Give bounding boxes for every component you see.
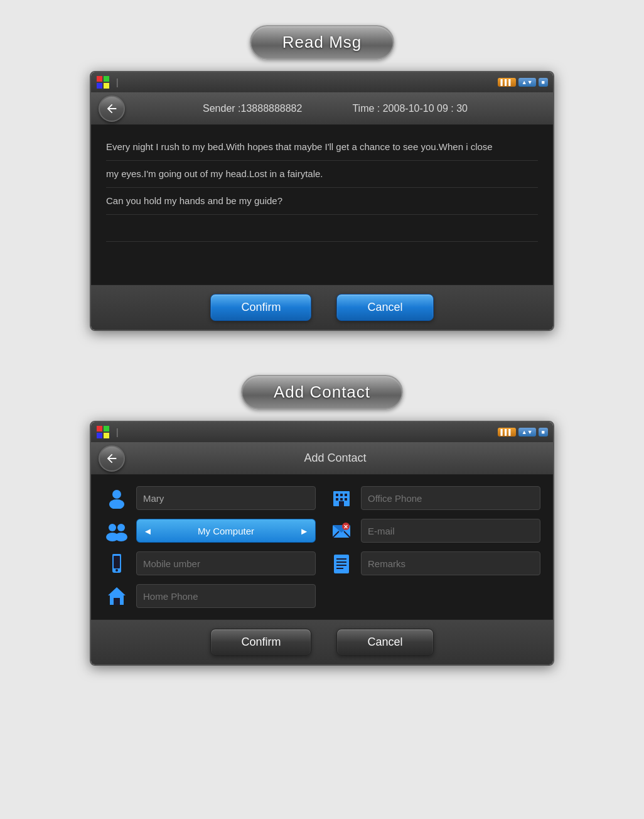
status-bar-add-left: |	[96, 425, 119, 439]
status-divider: |	[116, 77, 119, 87]
msg-line-3: Can you hold my hands and be my guide?	[106, 192, 538, 215]
svg-point-21	[115, 533, 127, 541]
remarks-icon	[328, 550, 355, 577]
mobile-row	[104, 550, 316, 577]
windows-logo-icon-2	[96, 425, 110, 439]
svg-rect-16	[345, 498, 347, 501]
home-phone-input[interactable]	[136, 584, 316, 608]
group-arrow-left[interactable]: ◄	[143, 526, 153, 536]
remarks-input[interactable]	[361, 551, 540, 575]
add-contact-title: Add Contact	[125, 452, 545, 465]
svg-rect-3	[104, 83, 109, 89]
contact-person-icon	[106, 487, 127, 509]
svg-rect-2	[97, 83, 102, 89]
sender-info: Sender :13888888882	[203, 103, 302, 114]
msg-line-1: Every night I rush to my bed.With hopes …	[106, 138, 538, 161]
svg-point-9	[109, 499, 124, 509]
email-icon: ✕	[328, 518, 355, 544]
title-bar-add: Add Contact	[91, 442, 553, 475]
windows-logo-icon	[96, 75, 110, 89]
svg-rect-15	[340, 498, 343, 501]
svg-rect-17	[339, 501, 344, 506]
add-contact-window: | ▌▌▌ ▲▼ ■ Add Contact	[90, 421, 554, 666]
svg-point-19	[117, 524, 125, 531]
svg-rect-38	[114, 598, 120, 605]
add-contact-cancel-button[interactable]: Cancel	[336, 629, 433, 656]
mobile-phone-icon	[106, 553, 127, 574]
mobile-icon	[104, 550, 130, 577]
svg-rect-29	[114, 556, 120, 568]
group-row: ◄ My Computer ►	[104, 518, 316, 544]
notes-icon	[331, 553, 352, 574]
empty-cell	[328, 583, 540, 609]
msg-line-empty-2	[106, 246, 538, 268]
svg-rect-13	[345, 494, 347, 496]
office-icon	[331, 487, 352, 509]
title-bar-info: Sender :13888888882 Time : 2008-10-10 09…	[125, 103, 545, 114]
office-phone-row	[328, 485, 540, 511]
status-bar-right: ▌▌▌ ▲▼ ■	[498, 78, 548, 87]
name-row	[104, 485, 316, 511]
signal-icon-2: ▌▌▌	[498, 428, 516, 437]
home-phone-icon	[106, 585, 127, 607]
email-envelope-icon: ✕	[331, 520, 352, 541]
office-phone-input[interactable]	[361, 486, 540, 510]
svg-rect-32	[334, 555, 349, 573]
email-row: ✕	[328, 518, 540, 544]
svg-point-30	[115, 569, 118, 572]
svg-rect-7	[104, 433, 109, 438]
title-bar-read: Sender :13888888882 Time : 2008-10-10 09…	[91, 92, 553, 125]
read-msg-window: | ▌▌▌ ▲▼ ■ Sender :13888888882 Time : 20…	[90, 71, 554, 331]
read-msg-cancel-button[interactable]: Cancel	[336, 294, 433, 321]
group-arrow-right[interactable]: ►	[299, 526, 309, 536]
signal-icon: ▌▌▌	[498, 78, 516, 87]
status-divider-2: |	[116, 427, 119, 437]
back-button-read[interactable]	[99, 95, 125, 122]
home-phone-row	[104, 583, 316, 609]
svg-rect-4	[97, 426, 102, 431]
network-icon-2: ▲▼	[518, 428, 536, 437]
read-msg-footer: Confirm Cancel	[91, 285, 553, 330]
status-bar-read: | ▌▌▌ ▲▼ ■	[91, 72, 553, 92]
svg-rect-12	[340, 494, 343, 496]
svg-rect-0	[97, 76, 102, 82]
svg-point-8	[112, 490, 121, 499]
email-input[interactable]	[361, 519, 540, 543]
status-bar-add-right: ▌▌▌ ▲▼ ■	[498, 428, 548, 437]
status-bar-add: | ▌▌▌ ▲▼ ■	[91, 422, 553, 442]
svg-text:✕: ✕	[343, 524, 348, 530]
group-selector[interactable]: ◄ My Computer ►	[136, 519, 316, 543]
back-button-add[interactable]	[99, 445, 125, 472]
mobile-input[interactable]	[136, 551, 316, 575]
svg-rect-1	[104, 76, 109, 82]
svg-rect-31	[112, 554, 121, 556]
battery-icon-2: ■	[539, 428, 548, 437]
network-icon: ▲▼	[518, 78, 536, 87]
form-grid: ◄ My Computer ► ✕	[104, 485, 540, 609]
group-people-icon	[105, 520, 129, 541]
status-bar-left: |	[96, 75, 119, 89]
message-content: Every night I rush to my bed.With hopes …	[91, 125, 553, 285]
svg-rect-11	[336, 494, 338, 496]
name-input[interactable]	[136, 486, 316, 510]
svg-rect-6	[97, 433, 102, 438]
person-icon	[104, 485, 130, 511]
group-value: My Computer	[198, 526, 254, 536]
add-contact-footer: Confirm Cancel	[91, 619, 553, 664]
add-contact-confirm-button[interactable]: Confirm	[210, 629, 311, 656]
svg-rect-5	[104, 426, 109, 431]
msg-line-2: my eyes.I'm going out of my head.Lost in…	[106, 165, 538, 188]
add-contact-section-title: Add Contact	[241, 375, 403, 410]
back-arrow-icon	[105, 102, 119, 116]
battery-icon: ■	[539, 78, 548, 87]
read-msg-section-title: Read Msg	[250, 25, 395, 60]
group-icon	[104, 518, 130, 544]
add-contact-form: ◄ My Computer ► ✕	[91, 475, 553, 619]
read-msg-confirm-button[interactable]: Confirm	[210, 294, 311, 321]
office-building-icon	[328, 485, 355, 511]
svg-rect-14	[336, 498, 338, 501]
svg-point-18	[109, 524, 116, 531]
time-info: Time : 2008-10-10 09 : 30	[352, 103, 468, 114]
msg-line-empty-1	[106, 219, 538, 242]
back-arrow-icon-2	[105, 452, 119, 465]
